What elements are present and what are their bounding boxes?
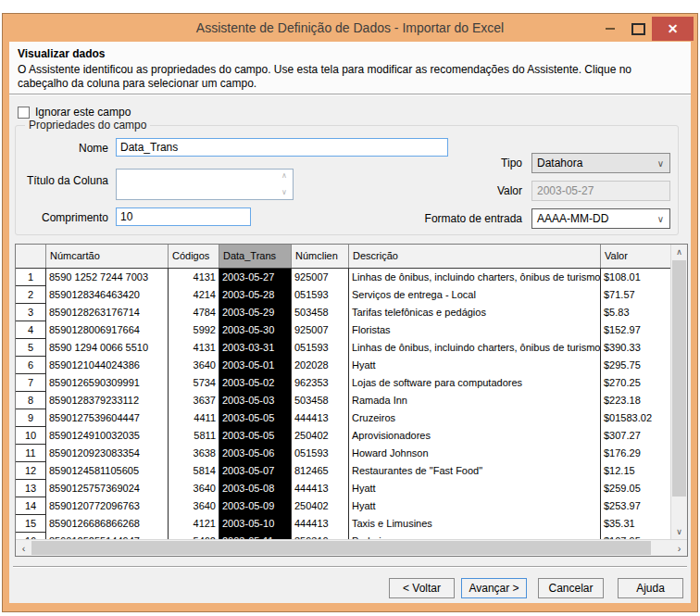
column-header-númclien[interactable]: Númclien	[292, 245, 349, 268]
titlebar[interactable]: Assistente de Definição de Dados - Impor…	[3, 14, 697, 42]
horizontal-scrollbar[interactable]: ‹ ›	[16, 539, 687, 556]
cell: 2003-05-10	[219, 515, 292, 533]
horizontal-scroll-thumb[interactable]	[31, 541, 651, 555]
vertical-scroll-thumb[interactable]	[672, 260, 686, 497]
cell: 250402	[292, 427, 349, 445]
wizard-buttons: < Voltar Avançar > Cancelar Ajuda	[389, 578, 683, 598]
vertical-scrollbar[interactable]: ∧ ∨	[670, 245, 687, 539]
cell: 2003-05-05	[219, 409, 292, 427]
table-row: 7859012659030999157342003-05-02962353Loj…	[16, 374, 670, 392]
cell: 5734	[169, 374, 219, 392]
data-preview-table: NúmcartãoCódigosData_TransNúmclienDescri…	[15, 244, 688, 557]
help-button[interactable]: Ajuda	[618, 578, 683, 598]
column-header-rownum[interactable]	[16, 245, 46, 268]
row-number: 6	[16, 357, 46, 374]
cell: 2003-05-03	[219, 392, 292, 409]
row-number: 2	[16, 286, 46, 304]
cell: 051593	[292, 339, 349, 357]
table-row: 18590 1252 7244 700341312003-05-27925007…	[16, 269, 670, 286]
row-number: 12	[16, 462, 46, 480]
column-header-descrição[interactable]: Descrição	[349, 245, 601, 268]
cell: 8590128379233112	[46, 392, 169, 409]
cell: 2003-03-31	[219, 339, 292, 357]
table-row: 10859012491003203558112003-05-05250402Ap…	[16, 427, 670, 445]
cell: Cruzeiros	[349, 409, 601, 427]
table-header-row: NúmcartãoCódigosData_TransNúmclienDescri…	[16, 245, 670, 269]
cell: 8590121044024386	[46, 357, 169, 374]
maximize-button[interactable]	[624, 17, 652, 41]
cell: 8590127539604447	[46, 409, 169, 427]
cell: 4784	[169, 304, 219, 321]
cell: 250402	[292, 497, 349, 515]
row-number: 11	[16, 445, 46, 462]
tipo-label: Tipo	[368, 157, 522, 170]
titulo-input[interactable]: ∧ ∨	[116, 169, 294, 200]
scroll-left-icon[interactable]: ‹	[16, 540, 31, 556]
cell: 2003-05-07	[219, 462, 292, 480]
scroll-right-icon[interactable]: ›	[671, 540, 687, 556]
column-header-data_trans[interactable]: Data_Trans	[219, 245, 292, 268]
column-header-códigos[interactable]: Códigos	[169, 245, 219, 268]
valor-value: 2003-05-27	[537, 184, 594, 197]
cell: $5.83	[601, 304, 670, 321]
cell: 2003-05-05	[219, 427, 292, 445]
row-number: 15	[16, 515, 46, 533]
scroll-up-icon[interactable]: ∧	[671, 245, 687, 259]
table-body: 18590 1252 7244 700341312003-05-27925007…	[16, 269, 670, 539]
minimize-button[interactable]	[596, 17, 624, 41]
cell: 3637	[169, 392, 219, 409]
cell: 8590 1294 0066 5510	[46, 339, 169, 357]
cell: 8590128263176714	[46, 304, 169, 321]
titulo-spinner[interactable]: ∧ ∨	[279, 170, 290, 198]
formato-select[interactable]: AAAA-MM-DD ∨	[531, 208, 670, 229]
cell: Floristas	[349, 321, 601, 339]
cell: Padarias	[349, 533, 601, 539]
wizard-step-header: Visualizar dados O Assistente identifico…	[9, 42, 691, 94]
column-header-valor[interactable]: Valor	[601, 245, 670, 268]
cell: $152.97	[601, 321, 670, 339]
cell: $12.15	[601, 462, 670, 480]
scroll-down-icon[interactable]: ∨	[671, 524, 687, 539]
row-number: 8	[16, 392, 46, 409]
cell: Hyatt	[349, 497, 601, 515]
table-row: 8859012837923311236372003-05-03503458Ram…	[16, 392, 670, 409]
cell: 444413	[292, 515, 349, 533]
cell: 8590124910032035	[46, 427, 169, 445]
cell: 8590128346463420	[46, 286, 169, 304]
cell: 2003-05-08	[219, 480, 292, 497]
comprimento-label: Comprimento	[16, 211, 108, 224]
dialog-content: Visualizar dados O Assistente identifico…	[9, 42, 691, 603]
cell: 8590124581105605	[46, 462, 169, 480]
back-button[interactable]: < Voltar	[389, 578, 455, 598]
cell: $223.18	[601, 392, 670, 409]
cell: 051593	[292, 445, 349, 462]
column-header-númcartão[interactable]: Númcartão	[46, 245, 169, 268]
cell: $259.05	[601, 480, 670, 497]
buttons-separator	[13, 566, 687, 568]
window-controls: ✕	[596, 17, 694, 41]
row-number: 13	[16, 480, 46, 497]
cell: 925007	[292, 269, 349, 286]
ignore-field-label: Ignorar este campo	[35, 106, 131, 119]
comprimento-input[interactable]	[116, 207, 251, 226]
table-row: 14859012077209676336402003-05-09250402Hy…	[16, 497, 670, 515]
table-row: 16859012525514494754622003-05-11359310Pa…	[16, 533, 670, 539]
cell: 4131	[169, 269, 219, 286]
cell: Ramada Inn	[349, 392, 601, 409]
next-button[interactable]: Avançar >	[461, 578, 527, 598]
cell: Linhas de ônibus, incluindo charters, ôn…	[349, 269, 601, 286]
tipo-select[interactable]: Datahora ∨	[531, 153, 670, 173]
cell: 5462	[169, 533, 219, 539]
close-button[interactable]: ✕	[652, 17, 694, 41]
cell: 2003-05-11	[219, 533, 292, 539]
field-properties-group: Propriedades do campo Nome Título da Col…	[15, 125, 679, 235]
cell: 4131	[169, 339, 219, 357]
cell: $390.33	[601, 339, 670, 357]
cell: $01583.02	[601, 409, 670, 427]
nome-input[interactable]	[116, 138, 448, 157]
ignore-field-checkbox[interactable]	[18, 107, 30, 119]
cell: 3638	[169, 445, 219, 462]
cancel-button[interactable]: Cancelar	[538, 578, 604, 598]
cell: $253.97	[601, 497, 670, 515]
cell: $176.29	[601, 445, 670, 462]
